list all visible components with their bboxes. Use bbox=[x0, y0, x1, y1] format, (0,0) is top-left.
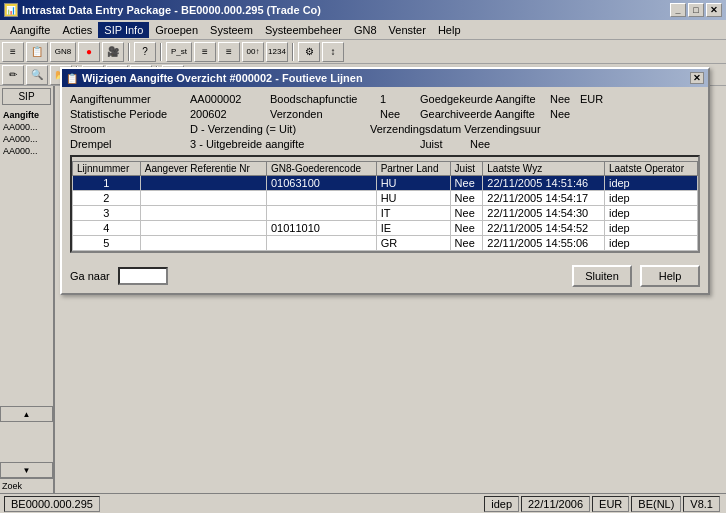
juist-label: Juist bbox=[420, 138, 470, 150]
toolbar-btn-num[interactable]: 1234 bbox=[266, 42, 288, 62]
status-version: V8.1 bbox=[683, 496, 720, 512]
lines-table: Lijnnummer Aangever Referentie Nr GN8-Go… bbox=[72, 161, 698, 251]
sidebar-item-2[interactable]: AA000... bbox=[0, 133, 53, 145]
drempel-label: Drempel bbox=[70, 138, 190, 150]
close-button[interactable]: ✕ bbox=[706, 3, 722, 17]
sidebar-scroll-down[interactable]: ▼ bbox=[0, 462, 53, 478]
juist-value: Nee bbox=[470, 138, 490, 150]
goto-input[interactable] bbox=[118, 267, 168, 285]
goedgekeurd-value: Nee bbox=[550, 93, 580, 105]
toolbar-btn-settings[interactable]: ⚙ bbox=[298, 42, 320, 62]
col-wyz: Laatste Wyz bbox=[483, 162, 605, 176]
toolbar-row-1: ≡ 📋 GN8 ● 🎥 ? P_st ≡ ≡ 00↑ 1234 ⚙ ↕ bbox=[0, 40, 726, 64]
col-referentie: Aangever Referentie Nr bbox=[140, 162, 266, 176]
sidebar-item-3[interactable]: AA000... bbox=[0, 145, 53, 157]
stroom-value: D - Verzending (= Uit) bbox=[190, 123, 370, 135]
verzonden-label: Verzonden bbox=[270, 108, 380, 120]
sidebar-tab-sip[interactable]: SIP bbox=[2, 88, 51, 105]
dialog-title: Wijzigen Aangifte Overzicht #000002 - Fo… bbox=[82, 72, 363, 84]
menu-sip-info[interactable]: SIP Info bbox=[98, 22, 149, 38]
col-operator: Laatste Operator bbox=[604, 162, 697, 176]
stat-periode-label: Statistische Periode bbox=[70, 108, 190, 120]
toolbar-btn-help[interactable]: ? bbox=[134, 42, 156, 62]
boodschap-value: 1 bbox=[380, 93, 420, 105]
menu-systeem[interactable]: Systeem bbox=[204, 22, 259, 38]
sidebar-scroll: Aangifte AA000... AA000... AA000... bbox=[0, 107, 53, 406]
sep1 bbox=[128, 43, 130, 61]
toolbar-btn-camera[interactable]: 🎥 bbox=[102, 42, 124, 62]
goto-section: Ga naar bbox=[70, 267, 168, 285]
toolbar-btn-new[interactable]: ≡ bbox=[2, 42, 24, 62]
dialog-title-bar: 📋 Wijzigen Aangifte Overzicht #000002 - … bbox=[62, 69, 708, 87]
menu-help[interactable]: Help bbox=[432, 22, 467, 38]
toolbar-btn-search[interactable]: 🔍 bbox=[26, 65, 48, 85]
boodschap-label: Boodschapfunctie bbox=[270, 93, 380, 105]
maximize-button[interactable]: □ bbox=[688, 3, 704, 17]
stat-periode-value: 200602 bbox=[190, 108, 270, 120]
minimize-button[interactable]: _ bbox=[670, 3, 686, 17]
table-row[interactable]: 5GRNee22/11/2005 14:55:06idep bbox=[73, 236, 698, 251]
dialog-wijzigen: 📋 Wijzigen Aangifte Overzicht #000002 - … bbox=[60, 67, 710, 295]
col-gn8: GN8-Goederencode bbox=[267, 162, 377, 176]
goto-label: Ga naar bbox=[70, 270, 110, 282]
verzenddatum-label: Verzendingsdatum Verzendingsuur bbox=[370, 123, 541, 135]
gearchiveerd-label: Gearchiveerde Aangifte bbox=[420, 108, 550, 120]
dialog-content: Aangiftenummer AA000002 Boodschapfunctie… bbox=[62, 87, 708, 259]
sep3 bbox=[292, 43, 294, 61]
toolbar-btn-sort[interactable]: 00↑ bbox=[242, 42, 264, 62]
status-entity: BE0000.000.295 bbox=[4, 496, 100, 512]
btn-group: Sluiten Help bbox=[572, 265, 700, 287]
menu-systeembeheer[interactable]: Systeembeheer bbox=[259, 22, 348, 38]
col-land: Partner Land bbox=[376, 162, 450, 176]
toolbar-btn-sort2[interactable]: ↕ bbox=[322, 42, 344, 62]
menu-aangifte[interactable]: Aangifte bbox=[4, 22, 56, 38]
sidebar-item-1[interactable]: AA000... bbox=[0, 121, 53, 133]
table-container[interactable]: Lijnnummer Aangever Referentie Nr GN8-Go… bbox=[70, 155, 700, 253]
help-button[interactable]: Help bbox=[640, 265, 700, 287]
sidebar: SIP Aangifte AA000... AA000... AA000... … bbox=[0, 86, 55, 493]
status-user: idep bbox=[484, 496, 519, 512]
toolbar-btn-delete[interactable]: ● bbox=[78, 42, 100, 62]
toolbar-btn-copy[interactable]: 📋 bbox=[26, 42, 48, 62]
status-bar: BE0000.000.295 idep 22/11/2006 EUR BE(NL… bbox=[0, 493, 726, 513]
table-row[interactable]: 3ITNee22/11/2005 14:54:30idep bbox=[73, 206, 698, 221]
gearchiveerd-value: Nee bbox=[550, 108, 570, 120]
status-currency: EUR bbox=[592, 496, 629, 512]
toolbar-btn-pst[interactable]: P_st bbox=[166, 42, 192, 62]
menu-gn8[interactable]: GN8 bbox=[348, 22, 383, 38]
col-lijnnummer: Lijnnummer bbox=[73, 162, 141, 176]
menu-groepen[interactable]: Groepen bbox=[149, 22, 204, 38]
toolbar-btn-gn8[interactable]: GN8 bbox=[50, 42, 76, 62]
title-bar: 📊 Intrastat Data Entry Package - BE0000.… bbox=[0, 0, 726, 20]
dialog-bottom: Ga naar Sluiten Help bbox=[62, 259, 708, 293]
col-juist: Juist bbox=[450, 162, 483, 176]
sidebar-item-aangifte[interactable]: Aangifte bbox=[0, 109, 53, 121]
table-row[interactable]: 101063100HUNee22/11/2005 14:51:46idep bbox=[73, 176, 698, 191]
toolbar-btn-edit[interactable]: ✏ bbox=[2, 65, 24, 85]
dialog-close-button[interactable]: ✕ bbox=[690, 72, 704, 84]
sidebar-scroll-up[interactable]: ▲ bbox=[0, 406, 53, 422]
verzonden-value: Nee bbox=[380, 108, 420, 120]
menu-acties[interactable]: Acties bbox=[56, 22, 98, 38]
menu-venster[interactable]: Venster bbox=[383, 22, 432, 38]
table-row[interactable]: 2HUNee22/11/2005 14:54:17idep bbox=[73, 191, 698, 206]
table-row[interactable]: 401011010IENee22/11/2005 14:54:52idep bbox=[73, 221, 698, 236]
app-icon: 📊 bbox=[4, 3, 18, 17]
stroom-label: Stroom bbox=[70, 123, 190, 135]
status-date: 22/11/2006 bbox=[521, 496, 590, 512]
sidebar-search-label: Zoek bbox=[0, 478, 53, 493]
aangifte-nr-value: AA000002 bbox=[190, 93, 270, 105]
toolbar-btn-lines[interactable]: ≡ bbox=[194, 42, 216, 62]
currency: EUR bbox=[580, 93, 603, 105]
sluiten-button[interactable]: Sluiten bbox=[572, 265, 632, 287]
goedgekeurd-label: Goedgekeurde Aangifte bbox=[420, 93, 550, 105]
status-locale: BE(NL) bbox=[631, 496, 681, 512]
sep2 bbox=[160, 43, 162, 61]
window-title: Intrastat Data Entry Package - BE0000.00… bbox=[22, 4, 321, 16]
drempel-value: 3 - Uitgebreide aangifte bbox=[190, 138, 420, 150]
aangifte-nr-label: Aangiftenummer bbox=[70, 93, 190, 105]
menu-bar: Aangifte Acties SIP Info Groepen Systeem… bbox=[0, 20, 726, 40]
toolbar-btn-lines2[interactable]: ≡ bbox=[218, 42, 240, 62]
